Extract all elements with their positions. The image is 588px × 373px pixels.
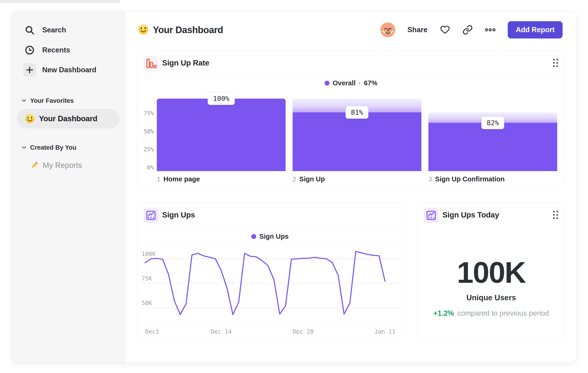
card-title: Sign Ups xyxy=(162,203,195,227)
divider xyxy=(137,227,402,227)
share-button[interactable]: Share xyxy=(407,26,428,34)
funnel-y-tick: 25% xyxy=(137,146,154,153)
favorite-heart-icon[interactable] xyxy=(440,25,450,35)
sidebar-item-label: New Dashboard xyxy=(42,66,96,74)
sidebar-item-label: My Reports xyxy=(43,161,82,170)
metric-label: Unique Users xyxy=(418,293,565,302)
funnel-value-label: 100% xyxy=(208,92,235,105)
sidebar: Search Recents New Dashboard Your Favori… xyxy=(11,11,126,363)
legend-series-label: Overall xyxy=(333,79,355,87)
chevron-down-icon xyxy=(22,99,26,102)
delta-percent: +1.2% xyxy=(433,309,454,318)
legend-overall-value: 67% xyxy=(364,79,377,87)
funnel-y-tick: 75% xyxy=(137,110,154,117)
chevron-down-icon xyxy=(22,146,26,149)
plus-icon xyxy=(23,63,36,77)
delta-caption: compared to previous period xyxy=(457,309,549,318)
line-y-tick: 100K xyxy=(142,251,156,257)
line-y-tick: 75K xyxy=(142,275,152,282)
line-legend: Sign Ups xyxy=(137,232,402,241)
metric-delta-row: +1.2% compared to previous period xyxy=(418,309,565,318)
drag-handle-icon[interactable] xyxy=(553,211,558,220)
sidebar-item-label: Your Dashboard xyxy=(39,114,97,123)
legend-dot xyxy=(251,234,256,239)
browser-chrome-remnant xyxy=(0,0,120,3)
line-x-tick: Dec 14 xyxy=(211,328,232,335)
card-title: Sign Up Rate xyxy=(162,51,209,75)
metric-value: 100K xyxy=(418,255,565,290)
funnel-step-label: 1Home page xyxy=(157,175,200,183)
line-x-tick: Dec 28 xyxy=(293,328,314,335)
card-header: Sign Up Rate xyxy=(137,51,565,75)
page-title-row: Your Dashboard xyxy=(138,21,223,39)
funnel-step-label: 3Sign Up Confirmation xyxy=(428,175,505,183)
divider xyxy=(137,75,565,75)
app-window: Search Recents New Dashboard Your Favori… xyxy=(11,11,577,363)
funnel-y-tick: 0% xyxy=(137,164,154,171)
section-title: Your Favorites xyxy=(30,97,74,104)
drag-handle-icon[interactable] xyxy=(553,59,558,68)
section-title: Created By You xyxy=(30,144,76,151)
smiley-emoji xyxy=(138,24,149,36)
line-chart-svg[interactable] xyxy=(137,243,402,325)
line-x-tick: Jan 11 xyxy=(375,328,396,335)
step-name: Sign Up Confirmation xyxy=(435,175,505,183)
sidebar-item-recents[interactable]: Recents xyxy=(11,43,125,58)
step-name: Sign Up xyxy=(299,175,325,183)
legend-series-label: Sign Ups xyxy=(259,233,289,240)
smiley-emoji xyxy=(25,114,35,123)
funnel-chart-icon xyxy=(144,56,158,71)
sign-ups-today-card: Sign Ups Today 100K Unique Users +1.2% c… xyxy=(417,203,565,339)
sidebar-item-my-reports[interactable]: My Reports xyxy=(11,158,125,173)
sidebar-section-created-by-you[interactable]: Created By You xyxy=(11,141,125,154)
page-title: Your Dashboard xyxy=(153,25,223,35)
add-report-button[interactable]: Add Report xyxy=(508,21,563,39)
sidebar-item-search[interactable]: Search xyxy=(11,23,125,38)
pencil-emoji xyxy=(30,161,39,170)
funnel-chart: 75%50%25%0%100%1Home page81%2Sign Up82%3… xyxy=(137,89,565,186)
sidebar-item-label: Recents xyxy=(42,46,70,54)
line-chart-icon xyxy=(144,208,158,223)
copy-link-icon[interactable] xyxy=(462,25,473,35)
step-number: 2 xyxy=(293,176,296,183)
sign-ups-card: Sign Ups Sign Ups 100K75K50K Dec1Dec 14D… xyxy=(137,203,403,339)
sidebar-item-new-dashboard[interactable]: New Dashboard xyxy=(11,62,125,77)
funnel-legend: Overall · 67% xyxy=(137,79,565,87)
card-header: Sign Ups Today xyxy=(418,203,565,227)
search-icon xyxy=(23,25,36,35)
more-options-icon[interactable] xyxy=(485,27,496,33)
funnel-value-label: 81% xyxy=(346,106,368,119)
line-plot-area xyxy=(137,243,402,325)
card-header: Sign Ups xyxy=(137,203,402,227)
line-chart-icon xyxy=(424,208,439,223)
header-actions: Share Add Report xyxy=(380,21,563,39)
sidebar-section-your-favorites[interactable]: Your Favorites xyxy=(11,94,125,107)
step-number: 3 xyxy=(428,176,432,183)
funnel-step-label: 2Sign Up xyxy=(293,175,325,183)
funnel-value-label: 82% xyxy=(481,117,504,129)
sign-up-rate-card: Sign Up Rate Overall · 67% 75%50%25%0%10… xyxy=(137,51,565,186)
sidebar-item-label: Search xyxy=(42,26,66,34)
legend-separator: · xyxy=(359,79,361,87)
card-title: Sign Ups Today xyxy=(442,203,499,227)
step-name: Home page xyxy=(164,175,200,183)
sidebar-item-your-dashboard[interactable]: Your Dashboard xyxy=(17,109,120,129)
legend-dot xyxy=(325,81,329,86)
line-y-tick: 50K xyxy=(142,300,152,306)
line-x-tick: Dec1 xyxy=(145,328,159,335)
clock-icon xyxy=(23,45,36,55)
funnel-y-tick: 50% xyxy=(137,128,154,135)
avatar[interactable] xyxy=(380,22,395,37)
step-number: 1 xyxy=(157,176,160,183)
funnel-bar[interactable] xyxy=(157,99,286,171)
